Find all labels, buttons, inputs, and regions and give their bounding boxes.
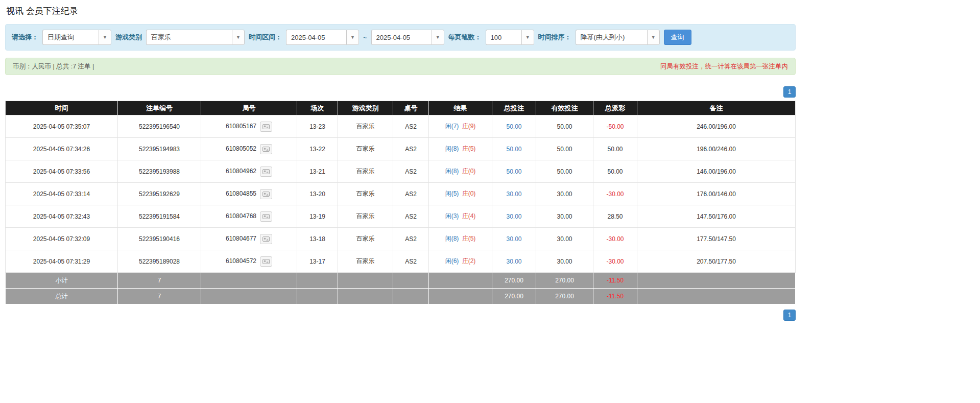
result-banker: 庄(2) (462, 257, 476, 265)
cell-session: 13-20 (297, 183, 338, 205)
result-player: 闲(8) (445, 145, 459, 152)
chevron-down-icon[interactable]: ▼ (432, 30, 444, 45)
pagination-top: 1 (5, 86, 796, 98)
cell-session: 13-17 (297, 250, 338, 273)
total-payout: -11.50 (593, 289, 637, 304)
result-banker: 庄(9) (462, 123, 476, 130)
cell-remark: 147.50/176.00 (637, 205, 796, 228)
cell-table-no: AS2 (393, 228, 429, 250)
page-size-select[interactable]: 100 ▼ (486, 30, 534, 45)
date-from-value: 2025-04-05 (286, 30, 346, 45)
total-bet-link[interactable]: 30.00 (506, 258, 521, 265)
page-title: 视讯 会员下注纪录 (5, 0, 796, 24)
header-total-bet: 总投注 (492, 101, 536, 115)
chevron-down-icon[interactable]: ▼ (232, 30, 245, 45)
header-table-no: 桌号 (393, 101, 429, 115)
table-row: 2025-04-05 07:32:09 522395190416 6108046… (6, 228, 796, 250)
page-button[interactable]: 1 (783, 86, 796, 98)
sort-select[interactable]: 降幂(由大到小) ▼ (576, 30, 660, 45)
table-row: 2025-04-05 07:35:07 522395196540 6108051… (6, 115, 796, 138)
cell-result: 闲(8) 庄(5) (429, 228, 492, 250)
total-bet-link[interactable]: 50.00 (506, 123, 521, 130)
round-id-value: 610804962 (226, 168, 256, 175)
page-size-label: 每页笔数： (448, 33, 482, 42)
cell-remark: 207.50/177.50 (637, 250, 796, 273)
subtotal-payout: -11.50 (593, 273, 637, 289)
date-to-value: 2025-04-05 (371, 30, 432, 45)
replay-icon[interactable] (260, 144, 272, 154)
cell-round-id: 610805167 (201, 115, 297, 138)
replay-icon[interactable] (260, 256, 272, 267)
page-size-value: 100 (486, 30, 521, 45)
cell-round-id: 610804768 (201, 205, 297, 228)
query-type-value: 日期查询 (42, 30, 99, 45)
game-type-select[interactable]: 百家乐 ▼ (146, 30, 245, 45)
summary-bar: 币别：人民币 | 总共 :7 注单 | 同局有效投注，统一计算在该局第一张注单内 (5, 58, 796, 75)
cell-time: 2025-04-05 07:32:09 (6, 228, 118, 250)
total-bet-link[interactable]: 50.00 (506, 168, 521, 175)
cell-bet-id: 522395192629 (118, 183, 201, 205)
subtotal-total-bet: 270.00 (492, 273, 536, 289)
cell-result: 闲(7) 庄(9) (429, 115, 492, 138)
total-total-bet: 270.00 (492, 289, 536, 304)
header-session: 场次 (297, 101, 338, 115)
cell-payout: -30.00 (593, 250, 637, 273)
chevron-down-icon[interactable]: ▼ (346, 30, 359, 45)
cell-table-no: AS2 (393, 160, 429, 183)
round-id-value: 610804677 (226, 235, 256, 242)
cell-game-type: 百家乐 (338, 160, 393, 183)
cell-bet-id: 522395196540 (118, 115, 201, 138)
header-result: 结果 (429, 101, 492, 115)
date-to-select[interactable]: 2025-04-05 ▼ (371, 30, 444, 45)
replay-icon[interactable] (260, 189, 272, 199)
cell-time: 2025-04-05 07:31:29 (6, 250, 118, 273)
total-bet-link[interactable]: 30.00 (506, 213, 521, 220)
round-id-value: 610804855 (226, 190, 256, 197)
select-label: 请选择： (12, 33, 38, 42)
cell-payout: -30.00 (593, 228, 637, 250)
date-from-select[interactable]: 2025-04-05 ▼ (286, 30, 359, 45)
total-bet-link[interactable]: 30.00 (506, 191, 521, 198)
game-type-value: 百家乐 (146, 30, 232, 45)
cell-total-bet: 50.00 (492, 160, 536, 183)
time-range-label: 时间区间： (249, 33, 282, 42)
replay-icon[interactable] (260, 167, 272, 177)
cell-time: 2025-04-05 07:33:56 (6, 160, 118, 183)
chevron-down-icon[interactable]: ▼ (647, 30, 660, 45)
cell-game-type: 百家乐 (338, 138, 393, 160)
result-player: 闲(6) (445, 257, 459, 265)
replay-icon[interactable] (260, 234, 272, 244)
total-label: 总计 (6, 289, 118, 304)
table-row: 2025-04-05 07:31:29 522395189028 6108045… (6, 250, 796, 273)
cell-bet-id: 522395193988 (118, 160, 201, 183)
page-button[interactable]: 1 (783, 310, 796, 321)
cell-game-type: 百家乐 (338, 183, 393, 205)
bet-records-table: 时间 注单编号 局号 场次 游戏类别 桌号 结果 总投注 有效投注 总派彩 备注… (5, 101, 796, 304)
query-type-select[interactable]: 日期查询 ▼ (42, 30, 111, 45)
total-bet-link[interactable]: 30.00 (506, 235, 521, 243)
header-round-id: 局号 (201, 101, 297, 115)
result-banker: 庄(0) (462, 168, 476, 175)
result-player: 闲(8) (445, 168, 459, 175)
cell-round-id: 610805052 (201, 138, 297, 160)
summary-note: 同局有效投注，统一计算在该局第一张注单内 (660, 62, 788, 71)
cell-payout: -30.00 (593, 183, 637, 205)
cell-time: 2025-04-05 07:34:26 (6, 138, 118, 160)
replay-icon[interactable] (260, 122, 272, 132)
cell-result: 闲(3) 庄(4) (429, 205, 492, 228)
cell-total-bet: 50.00 (492, 115, 536, 138)
header-payout: 总派彩 (593, 101, 637, 115)
result-banker: 庄(5) (462, 235, 476, 242)
cell-bet-id: 522395190416 (118, 228, 201, 250)
replay-icon[interactable] (260, 211, 272, 222)
cell-bet-id: 522395191584 (118, 205, 201, 228)
table-row: 2025-04-05 07:33:56 522395193988 6108049… (6, 160, 796, 183)
cell-payout: -50.00 (593, 115, 637, 138)
chevron-down-icon[interactable]: ▼ (99, 30, 111, 45)
total-bet-link[interactable]: 50.00 (506, 146, 521, 153)
cell-time: 2025-04-05 07:33:14 (6, 183, 118, 205)
header-time: 时间 (6, 101, 118, 115)
search-button[interactable]: 查询 (664, 30, 691, 45)
round-id-value: 610804768 (226, 212, 256, 220)
chevron-down-icon[interactable]: ▼ (521, 30, 534, 45)
